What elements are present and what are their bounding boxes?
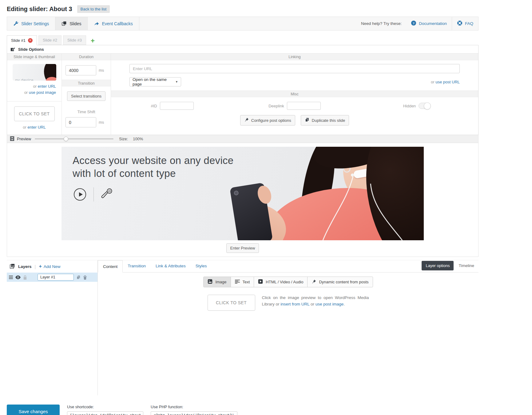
thumbnail-partial-text: ny device	[15, 78, 34, 81]
slide-heading-line1: Access your website on any device	[73, 154, 234, 167]
delete-slide-icon[interactable]: ✕	[28, 38, 33, 43]
id-input[interactable]	[160, 102, 194, 110]
time-shift-input[interactable]	[66, 117, 96, 127]
slide-tab-3-label: Slide #3	[67, 36, 82, 45]
media-help-t2: or	[309, 302, 316, 306]
slides-icon	[62, 21, 67, 26]
drag-handle-icon[interactable]	[9, 276, 13, 279]
tab-event-callbacks[interactable]: Event Callbacks	[88, 17, 139, 30]
layer-name-input[interactable]	[38, 274, 74, 281]
enter-url-link[interactable]: enter URL	[38, 84, 56, 89]
configure-post-options-button[interactable]: Configure post options	[240, 115, 295, 126]
edit-pencil-icon	[10, 46, 15, 52]
or-text: or	[431, 80, 435, 84]
shortcode-label: Use shortcode:	[67, 405, 143, 409]
insert-from-url-link[interactable]: insert from URL	[280, 302, 309, 306]
hidden-toggle[interactable]	[419, 103, 431, 109]
slide-options-title: Slide Options	[18, 47, 44, 52]
size-value: 100%	[133, 137, 143, 141]
slide-thumbnail[interactable]: ny device	[13, 64, 56, 81]
microphone-icon	[101, 188, 113, 201]
slide-tab-2[interactable]: Slide #2	[38, 35, 62, 45]
slider-knob[interactable]	[64, 137, 68, 141]
content-type-image-label: Image	[215, 280, 226, 284]
configure-post-options-label: Configure post options	[251, 118, 291, 123]
php-input[interactable]	[151, 411, 237, 415]
add-new-label: Add New	[44, 264, 61, 269]
tab-slider-settings[interactable]: Slider Settings	[7, 17, 55, 30]
trash-icon[interactable]	[83, 275, 87, 280]
page-title: Editing slider: About 3	[7, 6, 72, 13]
duration-input[interactable]	[66, 65, 96, 75]
tab-slides[interactable]: Slides	[55, 17, 88, 30]
duplicate-layer-icon[interactable]	[76, 275, 81, 280]
slide-icons-row	[74, 187, 113, 202]
use-post-url-link[interactable]: use post URL	[435, 80, 460, 84]
eye-icon[interactable]	[15, 275, 21, 279]
content-type-html-video-audio[interactable]: HTML / Video / Audio	[254, 277, 308, 287]
film-icon	[10, 136, 14, 142]
preview-bar: Preview Size: 100%	[7, 135, 478, 143]
tab-link-attributes[interactable]: Link & Attributes	[151, 260, 191, 272]
layer-editor-tabs: Content Transition Link & Attributes Sty…	[98, 260, 478, 273]
documentation-link[interactable]: ? Documentation	[406, 17, 452, 30]
select-transitions-button[interactable]: Select transitions	[67, 91, 105, 101]
tab-styles[interactable]: Styles	[191, 260, 212, 272]
tab-slider-settings-label: Slider Settings	[21, 21, 49, 26]
duplicate-slide-button[interactable]: Duplicate this slide	[301, 115, 349, 126]
slide-options-header: Slide Options	[7, 45, 478, 54]
thumbnail-enter-url-link[interactable]: enter URL	[27, 125, 46, 130]
link-target-select[interactable]: Open on the same page ▼	[129, 77, 181, 86]
play-triangle	[79, 192, 83, 197]
deeplink-input[interactable]	[287, 102, 321, 110]
documentation-label: Documentation	[419, 21, 447, 26]
slide-tab-3[interactable]: Slide #3	[63, 35, 86, 45]
question-icon: ?	[411, 20, 416, 27]
content-type-text-label: Text	[243, 280, 250, 284]
thumbnail-click-to-set[interactable]: CLICK TO SET	[14, 106, 55, 121]
tab-event-callbacks-label: Event Callbacks	[102, 21, 133, 26]
content-type-image[interactable]: Image	[204, 277, 231, 287]
add-new-layer-button[interactable]: + Add New	[39, 264, 60, 269]
back-to-list-button[interactable]: Back to the list	[77, 5, 110, 13]
play-circle-icon[interactable]	[74, 188, 86, 201]
layers-title: Layers	[18, 264, 32, 269]
duration-header: Duration	[62, 54, 111, 60]
help-text: Need help? Try these:	[361, 21, 402, 26]
slide-tab-1[interactable]: Slide #1 ✕	[7, 35, 37, 45]
slide-image-column: Slide image & thumbnail ny device or ent…	[7, 54, 62, 135]
add-slide-icon[interactable]: +	[91, 37, 95, 45]
content-type-group: Image Text HTML / Video / Audio Dyn	[203, 277, 373, 287]
duration-column: Duration ms Transition Select transition…	[62, 54, 111, 135]
timeline-button[interactable]: Timeline	[459, 263, 474, 268]
layers-icon	[10, 263, 15, 270]
content-type-dynamic-label: Dynamic content from posts	[319, 280, 368, 284]
shortcode-input[interactable]	[67, 411, 143, 415]
hidden-label: Hidden	[403, 104, 416, 108]
tab-content[interactable]: Content	[98, 260, 123, 273]
slide-tabs: Slide #1 ✕ Slide #2 Slide #3 +	[7, 35, 478, 45]
use-post-image-link[interactable]: use post image	[29, 90, 56, 95]
preview-canvas: Access your website on any device with l…	[7, 143, 478, 257]
or-text: or	[33, 84, 37, 89]
image-icon	[208, 279, 212, 285]
help-area: Need help? Try these: ? Documentation FA…	[361, 17, 478, 30]
layer-options-button[interactable]: Layer options	[422, 261, 454, 270]
slide-url-input[interactable]	[129, 64, 460, 73]
layer-image-click-to-set[interactable]: CLICK TO SET	[208, 295, 255, 311]
enter-preview-button[interactable]: Enter Preview	[226, 243, 259, 253]
content-type-dynamic-posts[interactable]: Dynamic content from posts	[308, 277, 372, 287]
layer-row[interactable]	[7, 273, 97, 282]
content-type-text[interactable]: Text	[231, 277, 254, 287]
or-text: or	[23, 125, 26, 130]
tab-transition[interactable]: Transition	[123, 260, 151, 272]
save-changes-button[interactable]: Save changes	[7, 405, 60, 415]
media-help-t3: .	[343, 302, 345, 306]
lock-icon[interactable]	[23, 275, 27, 280]
chevron-down-icon: ▼	[175, 80, 178, 83]
preview-size-slider[interactable]	[35, 138, 113, 139]
deeplink-label: Deeplink	[268, 104, 284, 108]
or-text: or	[24, 90, 28, 95]
use-post-image-link2[interactable]: use post image	[316, 302, 344, 306]
faq-link[interactable]: FAQ	[452, 17, 478, 30]
